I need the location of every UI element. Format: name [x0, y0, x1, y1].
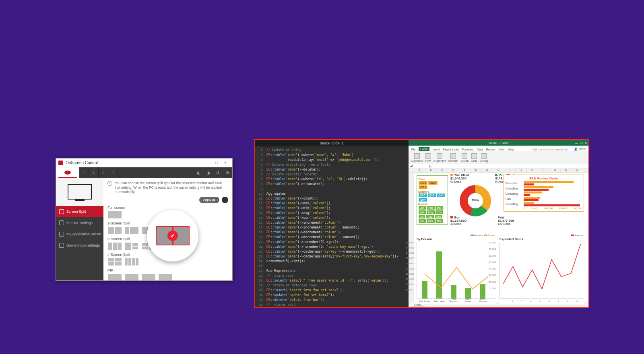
filter-pill[interactable]: Jun [436, 210, 443, 214]
filter-pill[interactable]: Qtr3 [437, 193, 445, 197]
col-header[interactable]: N [561, 169, 572, 173]
sidebar-item-monitor-settings[interactable]: Monitor Settings [56, 217, 103, 228]
layout-pip-b[interactable] [124, 274, 139, 280]
ribbon-tab-insert[interactable]: Insert [433, 148, 440, 151]
name-box[interactable] [410, 165, 426, 168]
filter-pill[interactable]: Nov [427, 219, 435, 223]
col-header[interactable]: O [572, 169, 583, 173]
filter-pill[interactable]: 2012 [419, 185, 427, 189]
ribbon-group-alignment[interactable]: Alignment [433, 153, 446, 162]
layout-pip-c[interactable] [141, 274, 156, 280]
checkmark-icon [167, 231, 178, 241]
ribbon-group-number[interactable]: Number [448, 153, 458, 162]
excel-min-button[interactable]: — [575, 141, 578, 145]
expected-chart: 10,00020,00030,00040,00050,00060,00070,0… [500, 243, 584, 299]
filter-pill[interactable]: Mar [436, 206, 443, 210]
osc-tab-slot[interactable]: + [108, 167, 118, 178]
ribbon-tab-file[interactable]: File [411, 148, 415, 151]
gear-icon[interactable]: ⚙ [223, 167, 232, 178]
formula-input[interactable] [434, 165, 587, 168]
worksheet-grid[interactable]: ABCDEFGHIJKLMNO Years 201420132012 Quart… [409, 169, 588, 302]
excel-titlebar: Book1 - Excel — □ × [409, 140, 588, 146]
kpi-box: Box $1,354,650 48 Deals [450, 216, 466, 225]
col-header[interactable]: G [482, 169, 493, 173]
sidebar-item-app-preset[interactable]: My Application Preset [56, 228, 103, 240]
sidebar-item-game-mode[interactable]: Game mode settings [56, 240, 103, 251]
osc-tab-slot[interactable]: + [79, 167, 89, 178]
osc-tab-slot[interactable]: + [89, 167, 99, 178]
filter-pill[interactable]: Jul [419, 215, 425, 218]
layout-2-h-alt[interactable] [124, 226, 139, 235]
ribbon-tab-view[interactable]: View [499, 148, 505, 151]
apply-all-button[interactable]: Apply all [199, 197, 219, 203]
filter-pill[interactable]: Qtr4 [419, 198, 427, 202]
col-header[interactable]: J [516, 169, 527, 173]
excel-max-button[interactable]: □ [580, 141, 582, 145]
filter-pill[interactable]: Dec [436, 219, 444, 223]
col-header[interactable]: I [504, 169, 516, 173]
filter-pill[interactable]: Oct [419, 219, 426, 223]
filters-months: JanFebMarAprMayJunJulAugSepOctNovDec [418, 206, 446, 223]
layout-pip-a[interactable] [107, 274, 122, 280]
minimize-button[interactable]: — [203, 161, 212, 165]
share-button[interactable]: 👤 Share [574, 148, 586, 151]
filter-pill[interactable]: Jan [419, 206, 426, 210]
ribbon-tab-review[interactable]: Review [486, 148, 495, 151]
ribbon-tab-help[interactable]: Help [508, 148, 514, 151]
sidebar-item-screen-split[interactable]: Screen Split [56, 206, 103, 217]
layout-3-l1r2[interactable] [124, 242, 139, 250]
ribbon-tab-page-layout[interactable]: Page Layout [443, 148, 458, 151]
fx-icon[interactable]: ƒx [429, 165, 431, 168]
filter-pill[interactable]: 2014 [419, 181, 427, 185]
ribbon-group-cells[interactable]: Cells [471, 153, 477, 162]
filter-pill[interactable]: 2013 [428, 181, 437, 185]
layout-4-b[interactable] [124, 258, 139, 266]
ribbon-group-font[interactable]: Font [425, 153, 431, 162]
filter-pill[interactable]: May [427, 210, 435, 214]
col-header[interactable]: F [471, 169, 482, 173]
osc-tab-slot[interactable]: + [99, 167, 108, 178]
layout-2-h[interactable] [107, 226, 122, 235]
layout-full[interactable] [107, 211, 122, 219]
osc-title: OnScreen Control [66, 161, 98, 165]
filter-pill[interactable]: Qtr1 [419, 193, 427, 197]
filter-pill[interactable]: Apr [419, 210, 426, 214]
code-tab-title[interactable]: sauce_code_1 [255, 140, 409, 146]
split-frame: sauce_code_1 123456789101112131415161718… [254, 139, 589, 308]
layout-pip-d[interactable] [158, 274, 173, 280]
col-header[interactable]: K [527, 169, 538, 173]
col-header[interactable]: E [459, 169, 471, 173]
ribbon-group-editing[interactable]: Editing [480, 153, 488, 162]
code-source[interactable]: // Update an entry DB::table('name')->wh… [264, 146, 409, 307]
osc-tab-active[interactable] [56, 167, 79, 178]
filter-pill[interactable]: Sep [435, 215, 443, 218]
layout-3-h[interactable] [107, 242, 122, 250]
col-header[interactable]: D [448, 169, 459, 173]
sidebar-item-label: Screen Split [66, 210, 86, 214]
osc-icon-b[interactable]: ◑ [203, 167, 213, 178]
filter-pill[interactable]: Aug [426, 215, 434, 218]
col-header[interactable]: B [425, 169, 437, 173]
col-header[interactable]: A [414, 169, 425, 173]
filter-pill[interactable]: Qtr2 [428, 193, 436, 197]
excel-close-button[interactable]: × [585, 141, 587, 145]
filter-pill[interactable]: Feb [427, 206, 434, 210]
osc-icon-c[interactable]: ↺ [213, 167, 223, 178]
ribbon-tab-formulas[interactable]: Formulas [462, 148, 474, 151]
col-header[interactable]: M [549, 169, 561, 173]
ribbon-group-clipboard[interactable]: Clipboard [411, 153, 423, 162]
tell-me-input[interactable]: ♀ Tell me what you want to do [530, 148, 568, 151]
section-full: Full screen [107, 206, 228, 210]
apply-chip-button[interactable] [222, 197, 228, 203]
filters-years: 201420132012 [418, 181, 446, 189]
layout-4-grid[interactable] [107, 258, 122, 266]
col-header[interactable]: L [538, 169, 549, 173]
col-header[interactable]: C [437, 169, 448, 173]
close-button[interactable]: × [221, 161, 230, 165]
col-header[interactable]: H [493, 169, 504, 173]
maximize-button[interactable]: □ [212, 161, 221, 165]
ribbon-tab-home[interactable]: Home [419, 147, 429, 151]
ribbon-tab-data[interactable]: Data [477, 148, 483, 151]
osc-icon-a[interactable]: ◐ [194, 167, 203, 178]
ribbon-group-styles[interactable]: Styles [461, 153, 469, 162]
